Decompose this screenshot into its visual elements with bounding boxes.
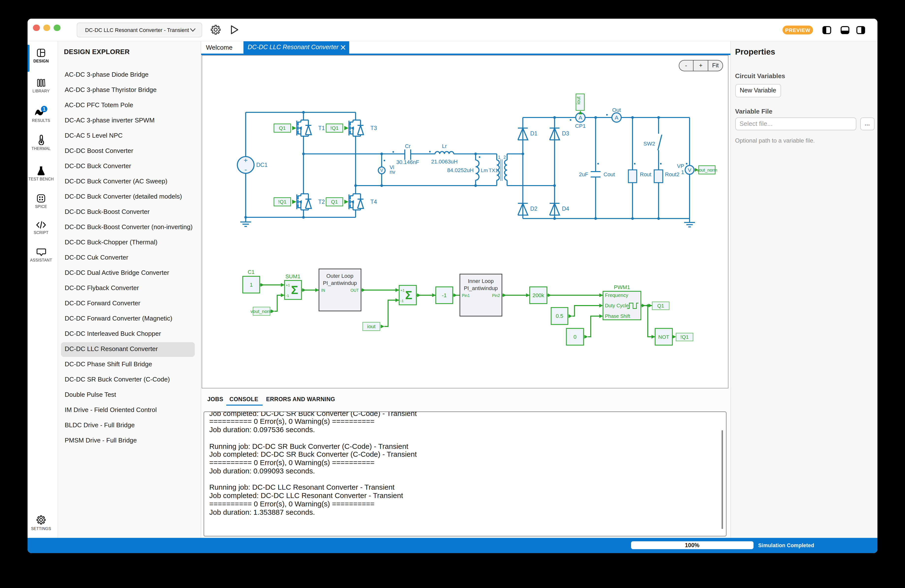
svg-text:T2: T2 bbox=[318, 198, 325, 205]
svg-text:IN: IN bbox=[321, 288, 325, 292]
svg-text:1: 1 bbox=[681, 169, 684, 175]
svg-text:-1: -1 bbox=[442, 292, 446, 298]
svg-text:+1: +1 bbox=[400, 288, 404, 292]
svg-text:Outer Loop: Outer Loop bbox=[326, 273, 353, 279]
svg-text:DC1: DC1 bbox=[256, 162, 267, 168]
svg-text:nv: nv bbox=[389, 169, 395, 175]
svg-text:!Q1: !Q1 bbox=[278, 199, 286, 204]
svg-text:Cr: Cr bbox=[405, 143, 410, 149]
svg-text:PI_antiwindup: PI_antiwindup bbox=[323, 280, 357, 286]
svg-text:21.0063uH: 21.0063uH bbox=[431, 158, 457, 165]
svg-text:-1: -1 bbox=[286, 293, 289, 298]
svg-text:Q1: Q1 bbox=[331, 199, 338, 204]
svg-text:T3: T3 bbox=[370, 125, 377, 131]
svg-text:V: V bbox=[687, 167, 691, 173]
svg-text:30.146nF: 30.146nF bbox=[396, 159, 419, 165]
svg-text:1: 1 bbox=[249, 282, 252, 288]
svg-text:!Q1: !Q1 bbox=[330, 125, 338, 130]
svg-text:SW2: SW2 bbox=[643, 140, 655, 146]
svg-text:TX1: TX1 bbox=[488, 167, 498, 173]
svg-text:0: 0 bbox=[573, 334, 576, 340]
svg-text:Rout: Rout bbox=[640, 171, 651, 177]
svg-text:2: 2 bbox=[503, 155, 506, 160]
svg-text:PI_antiwindup: PI_antiwindup bbox=[464, 285, 497, 291]
svg-text:Pin2: Pin2 bbox=[492, 293, 500, 298]
svg-text:T4: T4 bbox=[370, 198, 377, 205]
svg-text:Duty Cycle: Duty Cycle bbox=[605, 303, 629, 308]
svg-text:D4: D4 bbox=[562, 205, 569, 212]
svg-text:Out: Out bbox=[612, 107, 621, 113]
svg-text:0.5: 0.5 bbox=[556, 313, 563, 319]
svg-text:D1: D1 bbox=[530, 130, 537, 136]
svg-text:Σ: Σ bbox=[291, 283, 298, 296]
svg-text:Σ: Σ bbox=[405, 288, 412, 301]
svg-text:200k: 200k bbox=[532, 292, 544, 298]
svg-text:NOT: NOT bbox=[658, 334, 669, 339]
svg-text:OUT: OUT bbox=[350, 288, 359, 292]
svg-text:!Q1: !Q1 bbox=[680, 334, 689, 339]
svg-text:-: - bbox=[244, 165, 247, 173]
svg-text:Cout: Cout bbox=[603, 171, 614, 177]
svg-text:Rout2: Rout2 bbox=[665, 171, 679, 177]
svg-text:+1: +1 bbox=[286, 283, 290, 287]
svg-text:iout: iout bbox=[367, 323, 375, 329]
svg-text:84.0252uH: 84.0252uH bbox=[447, 167, 473, 173]
svg-text:V: V bbox=[380, 168, 383, 173]
svg-text:D3: D3 bbox=[562, 130, 569, 136]
svg-text:A: A bbox=[578, 114, 582, 120]
svg-text:CP1: CP1 bbox=[575, 123, 586, 129]
svg-text:Q1: Q1 bbox=[657, 303, 664, 308]
svg-text:1: 1 bbox=[43, 106, 46, 112]
svg-text:Pin1: Pin1 bbox=[462, 293, 470, 298]
svg-text:Inner Loop: Inner Loop bbox=[467, 278, 493, 284]
svg-text:vout_norm: vout_norm bbox=[697, 167, 717, 173]
svg-text:C1: C1 bbox=[248, 269, 254, 275]
svg-text:Lm: Lm bbox=[481, 167, 487, 173]
svg-text:Phase Shift: Phase Shift bbox=[605, 313, 630, 319]
svg-text:Frequency: Frequency bbox=[605, 292, 628, 298]
svg-text:T1: T1 bbox=[318, 125, 325, 131]
svg-text:+: + bbox=[243, 156, 248, 164]
svg-text:D2: D2 bbox=[530, 205, 537, 212]
svg-text:-1: -1 bbox=[400, 298, 403, 303]
svg-text:PWM1: PWM1 bbox=[614, 284, 630, 290]
svg-text:Q1: Q1 bbox=[279, 125, 286, 130]
svg-text:VP: VP bbox=[677, 163, 684, 169]
svg-text:2uF: 2uF bbox=[579, 171, 588, 177]
svg-text:1: 1 bbox=[498, 155, 500, 160]
svg-text:iout: iout bbox=[575, 96, 581, 104]
svg-text:SUM1: SUM1 bbox=[285, 273, 300, 279]
svg-text:Lr: Lr bbox=[442, 143, 446, 149]
svg-text:vout_norm: vout_norm bbox=[250, 309, 273, 314]
svg-text:A: A bbox=[614, 114, 618, 120]
